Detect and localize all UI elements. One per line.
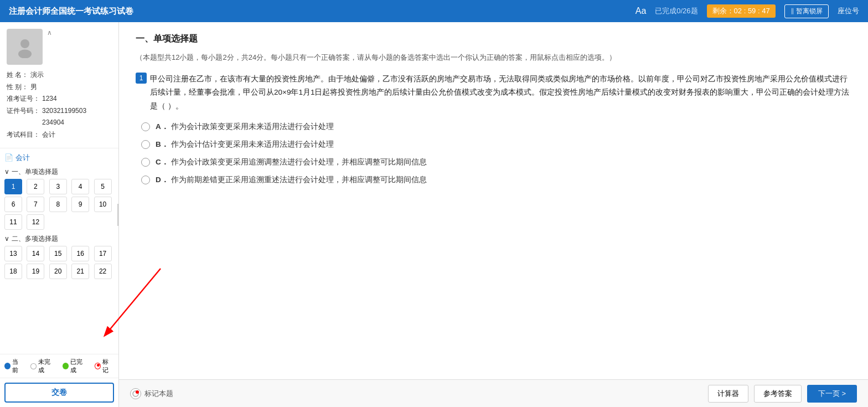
name-label: 姓 名： [7, 69, 28, 81]
question-number-badge: 1 [136, 73, 147, 84]
question-btn-2[interactable]: 2 [27, 179, 44, 194]
question-btn-5[interactable]: 5 [94, 179, 112, 194]
avatar-toggle[interactable]: ∧ [47, 29, 52, 37]
legend-current: 当前 [4, 358, 24, 374]
section1-question-grid: 123456789101112 [4, 179, 114, 230]
mark-label: 标记本题 [144, 389, 173, 399]
sidebar: ∧ 姓 名： 演示 性 别： 男 准考证号： 1234 证件号码： 320321… [0, 22, 119, 407]
timer-label: 剩余： [712, 7, 734, 15]
question-btn-15[interactable]: 15 [49, 246, 67, 261]
question-btn-19[interactable]: 19 [27, 264, 44, 279]
section2-collapse-icon: ∨ [4, 235, 9, 243]
mark-icon [130, 388, 141, 399]
section1-collapse-icon: ∨ [4, 168, 9, 176]
legend-marked: 标记 [95, 358, 114, 374]
incomplete-label: 未完成 [38, 358, 55, 374]
option-radio-a [141, 122, 150, 131]
section-heading: 一、单项选择题 [136, 33, 851, 45]
option-d[interactable]: D． 作为前期差错更正采用追溯重述法进行会计处理，并相应调整可比期间信息 [141, 175, 851, 185]
bookmark-icon [132, 390, 139, 397]
question-btn-1[interactable]: 1 [4, 179, 22, 194]
content-area: 一、单项选择题 （本题型共12小题，每小题2分，共24分。每小题只有一个正确答案… [119, 22, 868, 407]
question-btn-3[interactable]: 3 [49, 179, 67, 194]
question-body: 甲公司注册在乙市，在该市有大量的投资性房地产。由于地处偏僻，乙市没有活跃的房地产… [150, 73, 851, 113]
sidebar-subject-title[interactable]: 📄 会计 [4, 153, 114, 163]
svg-point-0 [20, 39, 29, 48]
bottom-right: 计算器 参考答案 下一页 > [708, 385, 857, 403]
user-name-field: 姓 名： 演示 [7, 69, 112, 81]
user-fields: 姓 名： 演示 性 别： 男 准考证号： 1234 证件号码： 32032119… [7, 69, 112, 141]
incomplete-dot [30, 363, 37, 369]
gender-label: 性 别： [7, 81, 28, 94]
calculator-button[interactable]: 计算器 [708, 385, 748, 403]
user-idcard-field: 证件号码： 320321199503234904 [7, 105, 112, 129]
subject-label: 考试科目： [7, 129, 40, 141]
user-info: ∧ 姓 名： 演示 性 别： 男 准考证号： 1234 证件号码： 320321… [0, 22, 118, 148]
option-b[interactable]: B． 作为会计估计变更采用未来适用法进行会计处理 [141, 140, 851, 150]
avatar [7, 29, 43, 65]
submit-button[interactable]: 交卷 [4, 383, 114, 403]
option-label-a: A． 作为会计政策变更采用未来适用法进行会计处理 [156, 122, 334, 132]
header: 注册会计师全国统一考试练习试卷 Aa 已完成0/26题 剩余：02 : 59 :… [0, 0, 868, 22]
question-btn-20[interactable]: 20 [49, 264, 67, 279]
complete-dot [63, 363, 69, 369]
question-btn-21[interactable]: 21 [71, 264, 89, 279]
question-btn-17[interactable]: 17 [94, 246, 112, 261]
question-btn-12[interactable]: 12 [27, 214, 44, 230]
question-btn-8[interactable]: 8 [49, 197, 67, 212]
option-radio-d [141, 176, 150, 184]
gender-value: 男 [30, 81, 37, 94]
font-size-icon[interactable]: Aa [636, 6, 647, 16]
question-btn-14[interactable]: 14 [27, 246, 44, 261]
examid-label: 准考证号： [7, 93, 40, 105]
subject-file-icon: 📄 [4, 153, 13, 162]
current-dot [4, 363, 11, 369]
avatar-icon [14, 36, 36, 58]
question-btn-22[interactable]: 22 [94, 264, 112, 279]
timer-value: 02 : 59 : 47 [734, 7, 770, 15]
option-label-b: B． 作为会计估计变更采用未来适用法进行会计处理 [156, 140, 334, 150]
option-radio-b [141, 140, 150, 149]
question-text: 1 甲公司注册在乙市，在该市有大量的投资性房地产。由于地处偏僻，乙市没有活跃的房… [136, 73, 851, 113]
pause-button[interactable]: ‖ 暂离锁屏 [784, 4, 829, 18]
question-btn-18[interactable]: 18 [4, 264, 22, 279]
question-block: 1 甲公司注册在乙市，在该市有大量的投资性房地产。由于地处偏僻，乙市没有活跃的房… [136, 73, 851, 185]
question-btn-9[interactable]: 9 [71, 197, 89, 212]
question-btn-6[interactable]: 6 [4, 197, 22, 212]
svg-point-3 [136, 390, 139, 394]
sidebar-subject-label: 会计 [16, 153, 30, 163]
question-btn-11[interactable]: 11 [4, 214, 22, 230]
sidebar-collapse-handle[interactable]: 〈 [117, 204, 119, 226]
question-btn-7[interactable]: 7 [27, 197, 44, 212]
reference-answer-button[interactable]: 参考答案 [754, 385, 802, 403]
timer-display: 剩余：02 : 59 : 47 [707, 4, 776, 18]
option-c[interactable]: C． 作为会计政策变更采用追溯调整法进行会计处理，并相应调整可比期间信息 [141, 157, 851, 167]
examid-value: 1234 [42, 93, 57, 105]
section2-label: 二、多项选择题 [12, 234, 58, 244]
bottom-bar: 标记本题 计算器 参考答案 下一页 > [119, 379, 868, 407]
question-btn-13[interactable]: 13 [4, 246, 22, 261]
options-list: A． 作为会计政策变更采用未来适用法进行会计处理 B． 作为会计估计变更采用未来… [136, 122, 851, 185]
app-title: 注册会计师全国统一考试练习试卷 [9, 6, 133, 17]
name-value: 演示 [30, 69, 44, 81]
bottom-left: 标记本题 [130, 388, 173, 399]
section1-label-group[interactable]: ∨ 一、单项选择题 [4, 167, 114, 177]
legend-incomplete: 未完成 [30, 358, 55, 374]
sidebar-nav: 📄 会计 ∨ 一、单项选择题 123456789101112 ∨ 二、多项选择题… [0, 148, 118, 354]
next-page-button[interactable]: 下一页 > [807, 385, 857, 403]
option-a[interactable]: A． 作为会计政策变更采用未来适用法进行会计处理 [141, 122, 851, 132]
avatar-area: ∧ [7, 29, 112, 65]
user-subject-field: 考试科目： 会计 [7, 129, 112, 141]
question-btn-10[interactable]: 10 [94, 197, 112, 212]
option-label-c: C． 作为会计政策变更采用追溯调整法进行会计处理，并相应调整可比期间信息 [156, 157, 427, 167]
question-btn-16[interactable]: 16 [71, 246, 89, 261]
mark-button[interactable]: 标记本题 [130, 388, 173, 399]
marked-dot [95, 363, 101, 369]
option-label-d: D． 作为前期差错更正采用追溯重述法进行会计处理，并相应调整可比期间信息 [156, 175, 427, 185]
option-radio-c [141, 158, 150, 167]
question-btn-4[interactable]: 4 [71, 179, 89, 194]
idcard-value: 320321199503234904 [42, 105, 86, 129]
complete-label: 已完成 [70, 358, 88, 374]
progress-label: 已完成0/26题 [655, 6, 698, 16]
section2-label-group[interactable]: ∨ 二、多项选择题 [4, 234, 114, 244]
